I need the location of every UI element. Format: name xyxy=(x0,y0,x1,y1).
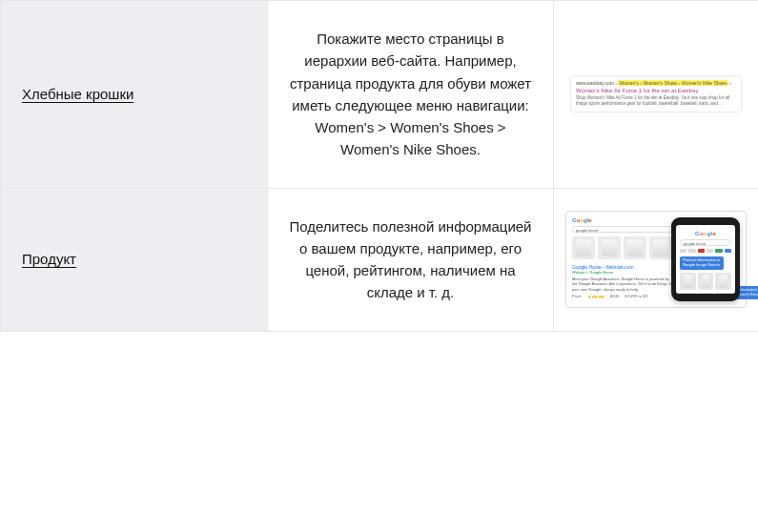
phone-tab xyxy=(707,249,713,253)
desktop-serp-mock: Google google home Google Home - Walmart… xyxy=(572,217,675,299)
product-thumb xyxy=(649,236,672,259)
google-logo: Google xyxy=(572,217,675,223)
row1-description: Покажите место страницы в иерархии веб-с… xyxy=(268,1,554,189)
serp-breadcrumb-suffix: › xyxy=(729,80,731,86)
breadcrumb-link[interactable]: Хлебные крошки xyxy=(22,86,133,103)
serp-breadcrumb-prefix: www.eastbay.com › xyxy=(576,80,617,86)
product-thumb xyxy=(572,236,595,259)
product-thumb xyxy=(698,293,714,294)
logo-letter: e xyxy=(712,231,716,236)
phone-image-row xyxy=(680,293,731,294)
phone-tabs xyxy=(680,249,731,253)
table-row: Хлебные крошки Покажите место страницы в… xyxy=(1,1,759,189)
phone-google-logo: Google xyxy=(676,225,735,236)
product-thumb xyxy=(698,273,714,290)
product-thumb xyxy=(680,273,696,290)
phone-tab xyxy=(725,249,731,253)
serp-snippet: Shop Women's Nike Air Force 1 for the wi… xyxy=(576,95,736,107)
product-thumb xyxy=(624,236,646,259)
phone-mock: Google google home Produc xyxy=(671,217,740,301)
serp-breadcrumb-highlight: Women's › Women's Shoes › Women's Nike S… xyxy=(618,80,727,86)
phone-screen: Google google home Produc xyxy=(676,225,735,294)
phone-tab xyxy=(688,249,695,253)
row2-image-cell: Google google home Google Home - Walmart… xyxy=(554,188,759,331)
product-thumb xyxy=(598,236,621,259)
phone-tab xyxy=(698,249,705,253)
table-row: Продукт Поделитесь полезной информацией … xyxy=(1,188,759,331)
serp-result-meta: Price: ★★★★★ (818) 3/15/99 to 3/9 xyxy=(572,294,675,299)
serp-example-card: www.eastbay.com › Women's › Women's Shoe… xyxy=(570,75,742,113)
logo-letter-e: e xyxy=(588,217,591,223)
phone-tab xyxy=(715,249,722,253)
phone-image-row xyxy=(680,273,731,290)
product-thumb xyxy=(680,293,696,294)
result-stars: ★★★★★ xyxy=(587,294,604,299)
product-link[interactable]: Продукт xyxy=(22,251,76,268)
result-price-label: Price: xyxy=(572,294,582,298)
result-date: 3/15/99 to 3/9 xyxy=(625,294,647,298)
serp-breadcrumb: www.eastbay.com › Women's › Women's Shoe… xyxy=(576,80,736,86)
serp-result-url: Walmart › Google Home xyxy=(572,270,675,275)
serp-result-snippet: Meet your Google Assistant. Google Home … xyxy=(572,276,675,292)
serp-title: Women's Nike Air Force 1 for the win at … xyxy=(576,88,736,93)
row2-title-cell: Продукт xyxy=(1,188,268,331)
schema-table: Хлебные крошки Покажите место страницы в… xyxy=(0,0,758,332)
callout-label-phone: Product Information in Google Image Sear… xyxy=(680,256,724,270)
result-reviews: (818) xyxy=(610,294,619,298)
row1-image-cell: www.eastbay.com › Women's › Women's Shoe… xyxy=(554,1,759,189)
product-thumb xyxy=(715,273,731,290)
row2-description: Поделитесь полезной информацией о вашем … xyxy=(268,188,554,331)
phone-tab xyxy=(680,249,686,253)
desktop-search-box: google home xyxy=(572,226,675,233)
product-thumb xyxy=(715,293,731,294)
product-example-card: Google google home Google Home - Walmart… xyxy=(565,211,747,308)
phone-search-box: google home xyxy=(680,239,731,246)
row1-title-cell: Хлебные крошки xyxy=(1,1,268,189)
desktop-image-row xyxy=(572,236,675,259)
